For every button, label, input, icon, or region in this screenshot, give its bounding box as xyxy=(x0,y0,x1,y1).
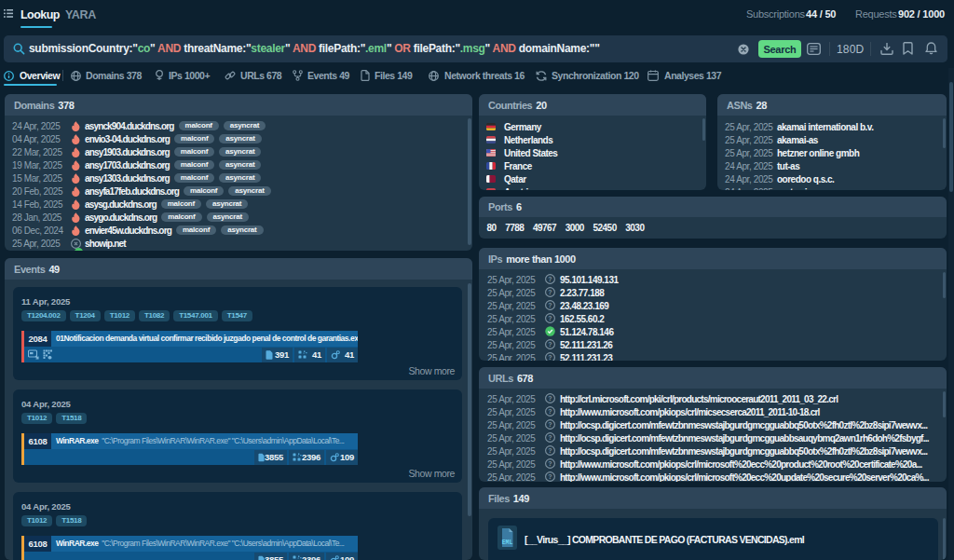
svg-text:?: ? xyxy=(548,341,552,348)
svg-text:?: ? xyxy=(548,447,552,454)
svg-text:?: ? xyxy=(548,302,552,308)
svg-text:?: ? xyxy=(548,473,552,480)
svg-text:?: ? xyxy=(548,276,552,282)
svg-text:?: ? xyxy=(548,434,552,441)
svg-text:?: ? xyxy=(548,395,552,402)
svg-text:?: ? xyxy=(548,315,552,321)
svg-text:?: ? xyxy=(548,408,552,415)
svg-text:EML: EML xyxy=(502,540,513,546)
svg-text:?: ? xyxy=(548,289,552,295)
svg-text:?: ? xyxy=(548,460,552,467)
svg-text:?: ? xyxy=(548,421,552,428)
svg-text:?: ? xyxy=(548,354,552,361)
